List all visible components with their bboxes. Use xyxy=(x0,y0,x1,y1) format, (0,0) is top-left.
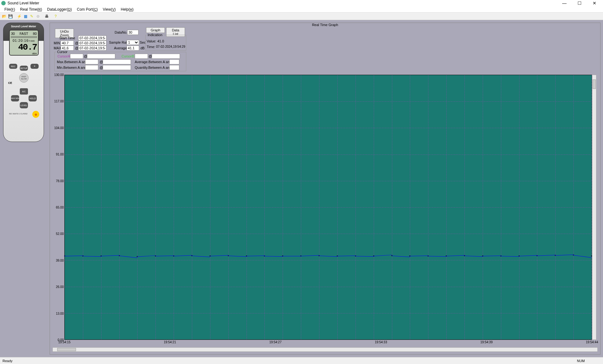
graph-title: Real Time Graph xyxy=(50,23,600,27)
average-input[interactable] xyxy=(127,46,139,51)
maximize-button[interactable]: ☐ xyxy=(575,0,584,6)
lcd-range-low: 30 xyxy=(11,32,15,35)
lcd-range-high: 80 xyxy=(33,32,37,35)
max-time-input[interactable] xyxy=(78,46,106,51)
device-fastslow-button[interactable]: FAST SLOW xyxy=(19,73,29,83)
menu-help[interactable]: Help(H) xyxy=(118,7,136,12)
vertical-scrollbar[interactable] xyxy=(592,75,596,340)
min-label: MIN xyxy=(54,41,60,45)
minAB-time[interactable] xyxy=(103,65,131,70)
minAB-label: Min.Between A and B xyxy=(57,66,90,69)
device-rec-button[interactable]: REC xyxy=(9,64,17,69)
min-value-input[interactable] xyxy=(61,41,74,46)
cursor-label: Cursor xyxy=(56,50,68,54)
status-num: NUM xyxy=(577,359,585,363)
window-title: Sound Level Meter xyxy=(8,1,560,5)
lcd-time: 01:20:16 xyxy=(13,39,29,42)
device-panel: Sound Level Meter 30 FAST 80 01:20:16TIM… xyxy=(0,20,47,357)
value-label: Value: xyxy=(147,39,156,43)
avgAB-value[interactable] xyxy=(169,59,179,64)
titlebar: Sound Level Meter — ☐ ✕ xyxy=(0,0,603,6)
db-label: dB xyxy=(140,46,144,50)
device-lcd: 30 FAST 80 01:20:16TIME 40.7 dBA xyxy=(9,30,39,56)
cursorA-value[interactable] xyxy=(70,54,83,59)
device-maxmin-button[interactable]: MAX MIN xyxy=(11,95,19,101)
app-icon xyxy=(1,1,6,5)
help-icon[interactable]: ? xyxy=(53,14,58,19)
menu-datalogger[interactable]: DataLogger(D) xyxy=(45,7,74,12)
statusbar: Ready NUM xyxy=(0,357,603,364)
samplerate-select[interactable]: 1 xyxy=(127,40,139,45)
cursorA-label: CursorA xyxy=(57,54,70,58)
indication-label: Indication xyxy=(147,33,163,37)
device-level-button[interactable]: LEVEL xyxy=(20,102,28,108)
device-ac-button[interactable]: A/C xyxy=(20,88,28,95)
cursorB-label: CursorB xyxy=(122,54,134,58)
datano-input[interactable] xyxy=(127,30,139,35)
chart-plot[interactable] xyxy=(64,75,592,340)
samplerate-label: Sample Rate xyxy=(109,41,129,44)
open-icon[interactable]: 📂 xyxy=(1,14,7,19)
cursorB-value[interactable] xyxy=(135,54,148,59)
starttime-label: Start Time xyxy=(59,36,75,40)
value-text: 41.0 xyxy=(157,39,164,43)
cursorA-time[interactable] xyxy=(87,54,115,59)
lcd-value: 40.7 xyxy=(11,42,37,52)
chart-area: 130.00117.00104.0091.0078.0065.0052.0039… xyxy=(52,75,596,345)
device-image: Sound Level Meter 30 FAST 80 01:20:16TIM… xyxy=(3,23,44,142)
sec-label: Sec xyxy=(140,41,146,44)
avgAB-label: Average.Between A and B xyxy=(135,60,175,64)
min-time-input[interactable] xyxy=(78,41,106,46)
lcd-unit: dBA xyxy=(11,52,37,55)
device-setup-button[interactable]: SETUP xyxy=(20,66,28,71)
menu-view[interactable]: View(V) xyxy=(100,7,118,12)
minAB-value[interactable] xyxy=(85,65,98,70)
chart-yaxis: 130.00117.00104.0091.0078.0065.0052.0039… xyxy=(52,75,64,340)
time-label: Time: xyxy=(147,45,155,49)
starttime-input[interactable] xyxy=(78,35,106,41)
time-text: 07-02-2024,19:54:29 xyxy=(156,45,185,48)
lcd-mode: FAST xyxy=(19,32,28,35)
menubar: File(F) Real Time(R) DataLogger(D) Com P… xyxy=(0,6,603,13)
print-icon[interactable]: 🖶 xyxy=(44,14,50,19)
menu-file[interactable]: File(F) xyxy=(2,7,18,12)
menu-realtime[interactable]: Real Time(R) xyxy=(18,7,45,12)
pencil-icon[interactable]: ✎ xyxy=(29,14,35,19)
datano-label: DataNo. xyxy=(115,30,127,34)
qtyAB-value[interactable] xyxy=(169,65,179,70)
device-name: Sound Level Meter xyxy=(3,25,44,28)
lightning-icon[interactable]: ⚡ xyxy=(16,14,22,19)
grid-icon[interactable]: ▦ xyxy=(23,14,28,19)
graph-button[interactable]: Graph xyxy=(146,27,165,33)
cursorB-time[interactable] xyxy=(152,54,180,59)
toolbar: 📂 💾 ⚡ ▦ ✎ ⊖ 🖶 ? xyxy=(0,13,603,20)
maxAB-time[interactable] xyxy=(103,59,131,64)
qtyAB-label: Quantity.Between A and B xyxy=(135,66,175,69)
device-hold-button[interactable]: HOLD xyxy=(29,95,37,101)
horizontal-scrollbar[interactable] xyxy=(52,347,598,352)
max-label: MAX xyxy=(54,46,61,50)
device-model: IEC 61672-1 CLASS2 xyxy=(9,113,27,115)
chart-xaxis: 19:54:1519:54:2119:54:2719:54:3319:54:39… xyxy=(64,340,592,345)
graph-frame: Real Time Graph UnDo Zoom Graph Data Lis… xyxy=(50,23,600,355)
save-icon[interactable]: 💾 xyxy=(8,14,13,19)
ce-mark: CE xyxy=(8,81,12,84)
device-power-button[interactable]: ⏻ xyxy=(32,111,39,118)
disabled-icon: ⊖ xyxy=(35,14,41,19)
minimize-button[interactable]: — xyxy=(560,0,569,6)
device-light-button[interactable]: ☀ xyxy=(30,64,39,69)
status-ready: Ready xyxy=(3,359,577,363)
average-label: Average xyxy=(114,46,127,50)
menu-comport[interactable]: Com Port(C) xyxy=(74,7,100,12)
maxAB-value[interactable] xyxy=(85,59,98,64)
close-button[interactable]: ✕ xyxy=(590,0,599,6)
